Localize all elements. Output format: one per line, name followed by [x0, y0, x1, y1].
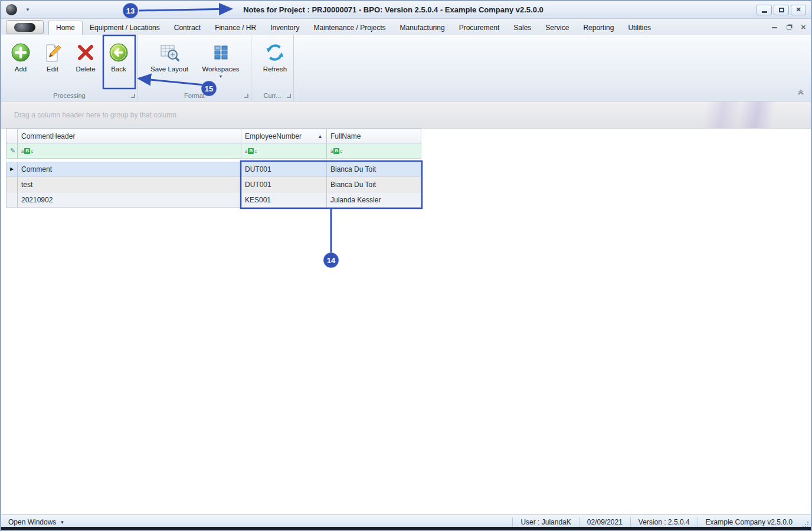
minimize-icon — [762, 11, 767, 13]
dialog-launcher-icon[interactable] — [131, 94, 135, 98]
back-button[interactable]: Back — [104, 42, 133, 73]
maximize-icon — [779, 8, 784, 12]
header-indicator-cell — [6, 129, 18, 143]
column-header-commentheader[interactable]: CommentHeader — [18, 129, 241, 143]
status-version: Version : 2.5.0.4 — [630, 517, 698, 527]
mdi-restore-icon[interactable] — [787, 25, 791, 30]
ribbon-group-format: Save Layout — [138, 35, 251, 101]
filter-cell-commentheader[interactable]: aBc — [18, 143, 241, 159]
ribbon-group-current: Refresh Curr... — [251, 35, 294, 101]
delete-button[interactable]: Delete — [70, 42, 102, 73]
window-title: Notes for Project : PRJ0000071 - BPO: Ve… — [30, 5, 757, 14]
group-label-processing: Processing — [1, 92, 137, 99]
tab-contract[interactable]: Contract — [167, 21, 208, 35]
collapse-ribbon-icon[interactable] — [797, 87, 805, 98]
tab-service[interactable]: Service — [538, 21, 576, 35]
application-window: ▼ Notes for Project : PRJ0000071 - BPO: … — [0, 0, 812, 531]
tab-maintenance-projects[interactable]: Maintenance / Projects — [307, 21, 393, 35]
title-bar: ▼ Notes for Project : PRJ0000071 - BPO: … — [1, 1, 811, 19]
grid-row[interactable]: 20210902 KES001 Julanda Kessler — [6, 192, 421, 208]
tab-inventory[interactable]: Inventory — [263, 21, 306, 35]
grid-cell[interactable]: test — [18, 177, 241, 192]
group-by-panel[interactable]: Drag a column header here to group by th… — [1, 101, 811, 129]
grid-cell[interactable]: DUT001 — [241, 162, 327, 177]
bpo-logo-icon — [14, 23, 35, 32]
grid-header-row: CommentHeader EmployeeNumber ▲ FullName — [6, 129, 421, 143]
edit-icon — [42, 42, 63, 63]
application-menu-button[interactable] — [6, 20, 44, 34]
tab-sales[interactable]: Sales — [506, 21, 538, 35]
row-indicator-cell — [6, 177, 18, 192]
text-filter-abc-icon: aBc — [330, 148, 342, 154]
save-layout-icon — [159, 42, 179, 63]
text-filter-abc-icon: aBc — [21, 148, 33, 154]
filter-cell-fullname[interactable]: aBc — [327, 143, 421, 159]
status-company: Example Company v2.5.0.0 — [698, 517, 800, 527]
auto-filter-row: ✎ aBc aBc aBc — [6, 143, 421, 159]
dialog-launcher-icon[interactable] — [287, 94, 291, 98]
close-icon: ✕ — [795, 6, 801, 13]
filter-indicator-cell: ✎ — [6, 143, 18, 159]
svg-text:14: 14 — [327, 256, 336, 265]
grid-cell[interactable]: KES001 — [241, 192, 327, 208]
workspaces-icon — [211, 42, 231, 63]
column-header-employeenumber[interactable]: EmployeeNumber ▲ — [241, 129, 327, 143]
maximize-button[interactable] — [774, 5, 789, 15]
focused-row-indicator-icon: ▶ — [10, 166, 14, 172]
grid-cell[interactable]: DUT001 — [241, 177, 327, 192]
delete-icon — [76, 42, 96, 63]
grid-cell[interactable]: Comment — [18, 162, 241, 177]
ribbon-tab-bar: Home Equipment / Locations Contract Fina… — [1, 19, 811, 35]
refresh-icon — [265, 42, 285, 63]
add-button[interactable]: Add — [6, 42, 35, 73]
tab-equipment-locations[interactable]: Equipment / Locations — [83, 21, 167, 35]
back-icon — [109, 42, 129, 63]
sort-ascending-icon: ▲ — [317, 133, 323, 139]
save-layout-button[interactable]: Save Layout — [146, 42, 192, 78]
row-indicator-cell — [6, 192, 18, 208]
grid-cell[interactable]: Bianca Du Toit — [327, 177, 421, 192]
grid-cell[interactable]: 20210902 — [18, 192, 241, 208]
tab-manufacturing[interactable]: Manufacturing — [393, 21, 452, 35]
open-windows-dropdown-icon: ▼ — [60, 520, 64, 525]
refresh-button[interactable]: Refresh — [257, 42, 293, 73]
minimize-button[interactable] — [757, 5, 772, 15]
ribbon: Add Edit — [1, 35, 811, 101]
status-user: User : JulandaK — [512, 517, 578, 527]
filter-cell-employeenumber[interactable]: aBc — [241, 143, 327, 159]
quick-access-dropdown-icon[interactable]: ▼ — [25, 7, 30, 12]
add-icon — [11, 42, 31, 63]
grid-row[interactable]: test DUT001 Bianca Du Toit — [6, 177, 421, 192]
grid-cell[interactable]: Bianca Du Toit — [327, 162, 421, 177]
grid-row[interactable]: ▶ Comment DUT001 Bianca Du Toit — [6, 162, 421, 177]
mdi-minimize-icon[interactable] — [772, 27, 777, 28]
dialog-launcher-icon[interactable] — [244, 94, 248, 98]
mdi-close-icon[interactable]: ✕ — [801, 24, 806, 31]
grid-cell[interactable]: Julanda Kessler — [327, 192, 421, 208]
ribbon-group-processing: Add Edit — [1, 35, 138, 101]
close-button[interactable]: ✕ — [791, 5, 806, 15]
column-header-fullname[interactable]: FullName — [327, 129, 421, 143]
decorative-swoosh — [598, 101, 811, 128]
tab-reporting[interactable]: Reporting — [576, 21, 621, 35]
workspaces-button[interactable]: Workspaces ▼ — [197, 42, 244, 78]
tab-finance-hr[interactable]: Finance / HR — [208, 21, 263, 35]
filter-row-icon: ✎ — [10, 147, 15, 155]
taskbar-sliver — [1, 527, 811, 530]
status-date: 02/09/2021 — [579, 517, 630, 527]
tab-utilities[interactable]: Utilities — [621, 21, 658, 35]
edit-button[interactable]: Edit — [38, 42, 67, 73]
open-windows-button[interactable]: Open Windows ▼ — [8, 518, 64, 526]
text-filter-abc-icon: aBc — [245, 148, 257, 154]
annotation-badge-14 — [323, 253, 339, 268]
tab-procurement[interactable]: Procurement — [452, 21, 507, 35]
group-by-hint: Drag a column header here to group by th… — [14, 111, 176, 119]
row-indicator-cell: ▶ — [6, 162, 18, 177]
tab-home[interactable]: Home — [48, 21, 83, 35]
workspaces-dropdown-icon: ▼ — [219, 74, 223, 78]
group-label-format: Format — [138, 92, 251, 99]
app-icon[interactable] — [6, 4, 17, 15]
notes-grid: CommentHeader EmployeeNumber ▲ FullName … — [6, 129, 421, 208]
